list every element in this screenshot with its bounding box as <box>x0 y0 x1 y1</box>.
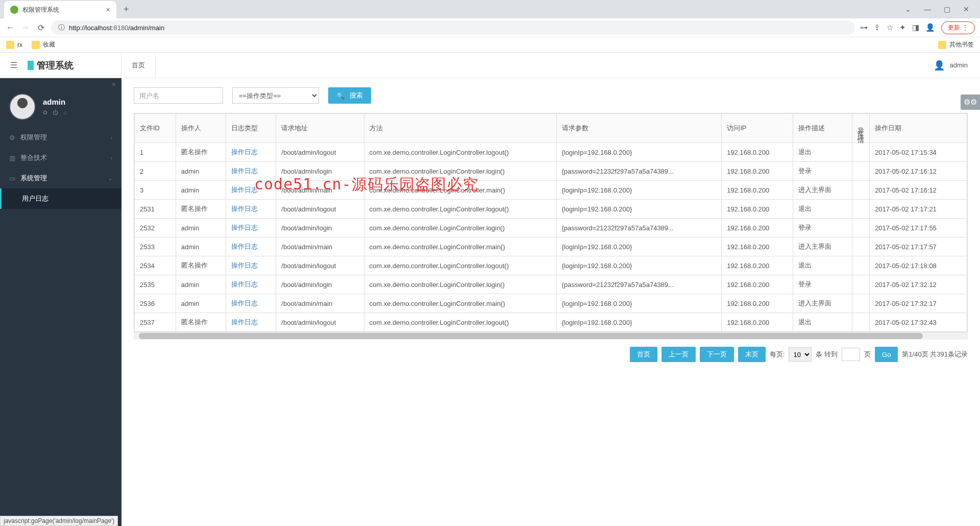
cell-operator: admin <box>176 162 226 181</box>
cell-logtype[interactable]: 操作日志 <box>226 237 276 256</box>
scrollbar-thumb[interactable] <box>139 333 923 339</box>
search-button[interactable]: 🔍 搜索 <box>328 87 371 104</box>
menu-toggle-icon[interactable]: ☰ <box>0 60 28 70</box>
back-button[interactable]: ← <box>5 23 15 32</box>
cell-ip: 192.168.0.200 <box>722 237 793 256</box>
cell-logtype[interactable]: 操作日志 <box>226 200 276 219</box>
page-prev[interactable]: 上一页 <box>662 347 696 362</box>
bookmark-rx[interactable]: rx <box>6 41 22 49</box>
cell-url: /boot/admin/login <box>276 162 364 181</box>
cell-operator: admin <box>176 181 226 200</box>
cell-method: com.xe.demo.controller.LoginController.m… <box>364 237 556 256</box>
dropdown-icon[interactable]: ⌄ <box>900 5 916 13</box>
column-header: 请求地址 <box>276 114 364 143</box>
page-next[interactable]: 下一页 <box>700 347 734 362</box>
cell-date: 2017-05-02 17:32:17 <box>870 294 967 313</box>
home-icon[interactable]: ⌂ <box>63 109 67 116</box>
new-tab-button[interactable]: + <box>124 4 129 15</box>
reload-button[interactable]: ⟳ <box>36 23 46 33</box>
table-body: 1 匿名操作 操作日志 /boot/admin/logout com.xe.de… <box>135 143 967 332</box>
page-last[interactable]: 末页 <box>738 347 766 362</box>
cell-logtype[interactable]: 操作日志 <box>226 143 276 162</box>
cell-operator: admin <box>176 294 226 313</box>
table-row: 1 匿名操作 操作日志 /boot/admin/logout com.xe.de… <box>135 143 967 162</box>
profile-icon[interactable]: 👤 <box>925 23 935 32</box>
table-wrap: 文件ID操作人日志类型请求地址方法请求参数访问IP操作描述异常详情操作日期 1 … <box>134 113 968 332</box>
page-info: 第1/40页 共391条记录 <box>902 350 968 359</box>
brand: 管理系统 <box>28 59 74 71</box>
search-icon: 🔍 <box>336 92 345 100</box>
cell-id: 2533 <box>135 237 176 256</box>
key-icon[interactable]: ⊶ <box>860 23 868 32</box>
close-button[interactable]: ✕ <box>959 5 974 13</box>
other-bookmarks[interactable]: 其他书签 <box>938 40 974 49</box>
cell-ip: 192.168.0.200 <box>722 294 793 313</box>
cell-desc: 退出 <box>793 313 852 332</box>
cell-id: 2532 <box>135 219 176 237</box>
star-icon[interactable]: ☆ <box>887 23 893 32</box>
power-icon[interactable]: ⏻ <box>53 109 58 116</box>
sidebar-close-icon[interactable]: ✕ <box>111 81 116 88</box>
gear-icon[interactable]: ✿ <box>43 109 47 116</box>
column-header: 请求参数 <box>556 114 722 143</box>
topbar-user[interactable]: 👤 admin <box>934 60 980 71</box>
sidebar-user: admin ✿ ⏻ ⌂ <box>0 88 121 127</box>
close-icon[interactable]: × <box>106 6 110 14</box>
chevron-icon: ⌄ <box>108 176 112 181</box>
info-icon: ⓘ <box>58 23 65 32</box>
sidebar-item[interactable]: ⚙ 权限管理 › <box>0 127 121 148</box>
cell-method: com.xe.demo.controller.LoginController.l… <box>364 219 556 237</box>
tab-home[interactable]: 首页 <box>121 53 156 78</box>
table-row: 3 admin 操作日志 /boot/admin/main com.xe.dem… <box>135 181 967 200</box>
cell-params: {loginIp=192.168.0.200} <box>556 200 722 219</box>
cell-logtype[interactable]: 操作日志 <box>226 294 276 313</box>
minimize-button[interactable]: — <box>920 5 935 13</box>
cell-date: 2017-05-02 17:32:12 <box>870 275 967 294</box>
cell-logtype[interactable]: 操作日志 <box>226 181 276 200</box>
cell-logtype[interactable]: 操作日志 <box>226 313 276 332</box>
avatar <box>9 93 36 120</box>
horizontal-scrollbar[interactable] <box>134 332 968 340</box>
per-page-select[interactable]: 10 <box>789 347 812 362</box>
chevron-icon: › <box>111 155 112 161</box>
extensions-icon[interactable]: ✦ <box>899 23 906 32</box>
browser-chrome: 权限管理系统 × + ⌄ — ▢ ✕ ← → ⟳ ⓘ http://localh… <box>0 0 980 53</box>
url-input[interactable]: ⓘ http://localhost:8180/admin/main <box>51 20 855 35</box>
cell-ip: 192.168.0.200 <box>722 200 793 219</box>
app: ☰ 管理系统 ✕ admin ✿ ⏻ ⌂ ⚙ 权限管理 › ▥ 整合技术 › ▭… <box>0 53 980 526</box>
sidebar-item[interactable]: ▥ 整合技术 › <box>0 148 121 168</box>
page-suffix: 页 <box>864 350 871 359</box>
settings-toggle[interactable]: ⚙⚙ <box>961 94 980 110</box>
sidebar-subitem[interactable]: 用户日志 <box>0 188 121 209</box>
cell-date: 2017-05-02 17:16:12 <box>870 181 967 200</box>
update-button[interactable]: 更新⋮ <box>941 21 975 34</box>
cell-logtype[interactable]: 操作日志 <box>226 162 276 181</box>
cell-logtype[interactable]: 操作日志 <box>226 275 276 294</box>
per-page-label: 每页: <box>770 350 785 359</box>
window-controls: ⌄ — ▢ ✕ <box>900 5 980 13</box>
sidepanel-icon[interactable]: ◨ <box>912 23 919 32</box>
type-select[interactable]: ==操作类型== <box>232 87 319 104</box>
browser-tab[interactable]: 权限管理系统 × <box>4 1 116 18</box>
cell-params: {loginIp=192.168.0.200} <box>556 143 722 162</box>
table-row: 2531 匿名操作 操作日志 /boot/admin/logout com.xe… <box>135 200 967 219</box>
cell-params: {password=21232f297a57a5a74389... <box>556 275 722 294</box>
chevron-icon: › <box>111 135 112 140</box>
share-icon[interactable]: ⇪ <box>874 23 880 32</box>
page-input[interactable] <box>842 348 860 361</box>
menu-icon: ▥ <box>9 154 20 162</box>
per-page-suffix: 条 转到 <box>816 350 838 359</box>
cell-ip: 192.168.0.200 <box>722 143 793 162</box>
cell-logtype[interactable]: 操作日志 <box>226 256 276 275</box>
cell-logtype[interactable]: 操作日志 <box>226 219 276 237</box>
username-input[interactable] <box>134 87 223 104</box>
page-first[interactable]: 首页 <box>630 347 657 362</box>
folder-icon <box>938 41 946 49</box>
bookmark-fav[interactable]: 收藏 <box>32 40 55 49</box>
go-button[interactable]: Go <box>875 347 898 362</box>
cell-params: {loginIp=192.168.0.200} <box>556 181 722 200</box>
sidebar-item[interactable]: ▭ 系统管理 ⌄ <box>0 168 121 188</box>
sidebar-menu: ⚙ 权限管理 › ▥ 整合技术 › ▭ 系统管理 ⌄用户日志 <box>0 127 121 209</box>
forward-button[interactable]: → <box>20 23 31 32</box>
maximize-button[interactable]: ▢ <box>939 5 954 13</box>
